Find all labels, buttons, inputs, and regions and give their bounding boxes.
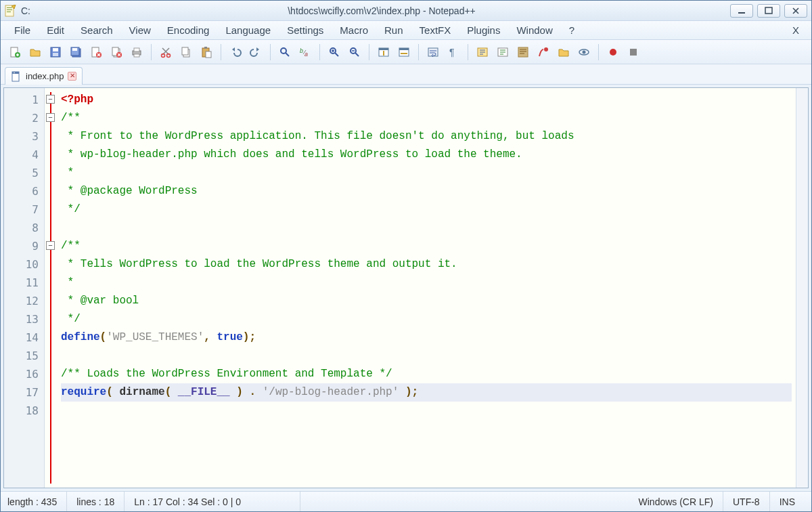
tab-label: index.php <box>26 71 64 81</box>
replace-icon[interactable]: ba <box>296 43 314 61</box>
tab-close-icon[interactable]: ✕ <box>68 72 76 81</box>
vertical-scrollbar[interactable] <box>796 88 808 488</box>
svg-rect-4 <box>738 12 745 14</box>
svg-rect-47 <box>630 49 637 56</box>
status-lines: lines : 18 <box>67 492 125 511</box>
toolbar-separator <box>151 44 152 60</box>
lang-icon[interactable] <box>494 43 512 61</box>
svg-text:¶: ¶ <box>449 47 455 58</box>
zoom-in-icon[interactable] <box>325 43 343 61</box>
line-number-gutter[interactable]: 123456789101112131415161718 <box>4 88 45 488</box>
indent-guide-icon[interactable] <box>474 43 491 61</box>
toolbar-separator <box>221 44 221 60</box>
svg-rect-37 <box>399 48 409 50</box>
svg-rect-2 <box>7 9 12 10</box>
svg-point-23 <box>167 54 171 57</box>
svg-point-46 <box>610 49 616 56</box>
status-length: length : 435 <box>7 492 67 511</box>
stop-icon[interactable] <box>625 43 642 61</box>
svg-rect-20 <box>134 48 139 51</box>
menu-encoding[interactable]: Encoding <box>160 23 217 37</box>
close-icon[interactable] <box>87 43 105 61</box>
fold-toggle[interactable]: − <box>46 241 55 250</box>
monitor-icon[interactable] <box>575 43 593 61</box>
title-drive-letter: C: <box>21 5 30 16</box>
wordwrap-icon[interactable] <box>424 43 442 61</box>
menubar: File Edit Search View Encoding Language … <box>1 21 811 40</box>
menu-window[interactable]: Window <box>510 23 559 37</box>
menu-run[interactable]: Run <box>378 23 410 37</box>
menu-language[interactable]: Language <box>219 23 277 37</box>
svg-rect-42 <box>518 47 528 57</box>
fold-column[interactable]: −−− <box>45 88 57 488</box>
new-icon[interactable] <box>6 43 24 61</box>
svg-rect-27 <box>204 47 207 49</box>
zoom-out-icon[interactable] <box>346 43 363 61</box>
editor-frame: 123456789101112131415161718 −−− <?php/**… <box>3 87 809 488</box>
svg-rect-5 <box>765 7 772 14</box>
undo-icon[interactable] <box>227 43 244 61</box>
fold-toggle[interactable]: − <box>46 113 55 122</box>
menu-plugins[interactable]: Plugins <box>460 23 507 37</box>
menu-file[interactable]: File <box>7 23 37 37</box>
fold-toggle[interactable]: − <box>46 95 55 104</box>
svg-rect-28 <box>206 51 211 58</box>
print-icon[interactable] <box>128 43 145 61</box>
copy-icon[interactable] <box>177 43 195 61</box>
cut-icon[interactable] <box>157 43 175 61</box>
menu-help[interactable]: ? <box>562 23 581 37</box>
app-icon <box>5 5 17 17</box>
menu-textfx[interactable]: TextFX <box>413 23 458 37</box>
statusbar: length : 435 lines : 18 Ln : 17 Col : 34… <box>1 491 811 511</box>
svg-point-45 <box>583 50 586 54</box>
toolbar-separator <box>598 44 599 60</box>
status-insert-mode[interactable]: INS <box>770 492 805 511</box>
status-encoding[interactable]: UTF-8 <box>723 492 770 511</box>
paste-icon[interactable] <box>198 43 215 61</box>
toolbar-separator <box>270 44 271 60</box>
maximize-button[interactable] <box>757 4 780 18</box>
tabbar: index.php ✕ <box>1 64 811 85</box>
tab-indexphp[interactable]: index.php ✕ <box>5 67 83 85</box>
status-eol[interactable]: Windows (CR LF) <box>629 492 723 511</box>
toolbar: ba¶ <box>1 40 811 64</box>
menu-view[interactable]: View <box>122 23 158 37</box>
save-icon[interactable] <box>47 43 64 61</box>
svg-rect-3 <box>7 12 11 12</box>
svg-rect-35 <box>379 48 388 50</box>
open-icon[interactable] <box>26 43 44 61</box>
menu-edit[interactable]: Edit <box>40 23 71 37</box>
menu-search[interactable]: Search <box>74 23 120 37</box>
folder-icon[interactable] <box>555 43 572 61</box>
svg-rect-49 <box>12 72 19 74</box>
svg-rect-13 <box>72 48 77 51</box>
svg-rect-25 <box>182 47 188 55</box>
save-all-icon[interactable] <box>67 43 85 61</box>
minimize-button[interactable] <box>730 4 753 18</box>
file-icon <box>11 71 22 82</box>
svg-point-43 <box>544 47 548 51</box>
svg-rect-1 <box>7 7 12 8</box>
toolbar-separator <box>319 44 320 60</box>
svg-point-29 <box>281 48 286 54</box>
function-list-icon[interactable] <box>535 43 552 61</box>
sync-h-icon[interactable] <box>395 43 413 61</box>
menu-settings[interactable]: Settings <box>280 23 330 37</box>
sync-v-icon[interactable] <box>375 43 392 61</box>
status-position: Ln : 17 Col : 34 Sel : 0 | 0 <box>125 492 300 511</box>
show-all-icon[interactable]: ¶ <box>445 43 462 61</box>
menu-macro[interactable]: Macro <box>333 23 375 37</box>
find-icon[interactable] <box>276 43 294 61</box>
toolbar-separator <box>468 44 468 60</box>
redo-icon[interactable] <box>247 43 265 61</box>
record-icon[interactable] <box>604 43 622 61</box>
close-all-icon[interactable] <box>108 43 125 61</box>
menu-doc-close[interactable]: X <box>787 23 805 37</box>
doc-map-icon[interactable] <box>514 43 532 61</box>
code-area[interactable]: <?php/** * Front to the WordPress applic… <box>57 88 796 488</box>
toolbar-separator <box>369 44 369 60</box>
titlebar[interactable]: C: \htdocs\wcifly.com\v2\index.php - Not… <box>1 1 811 21</box>
app-window: C: \htdocs\wcifly.com\v2\index.php - Not… <box>0 0 812 512</box>
window-close-button[interactable] <box>784 4 807 18</box>
svg-point-50 <box>14 72 15 73</box>
